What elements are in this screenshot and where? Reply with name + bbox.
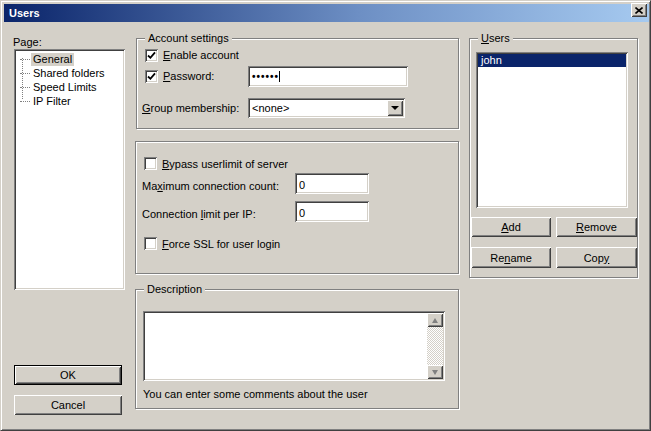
tree-branch-icon — [20, 101, 30, 102]
password-masked-value: •••••• — [252, 71, 279, 82]
checkmark-icon — [147, 72, 156, 81]
rename-button-label: Rename — [490, 252, 532, 264]
tree-item-label: Shared folders — [31, 67, 107, 80]
scrollbar-track[interactable] — [427, 327, 443, 365]
description-scrollbar[interactable] — [427, 313, 443, 379]
tree-branch-icon — [20, 87, 30, 88]
title-bar[interactable]: Users — [4, 4, 649, 22]
scroll-up-button[interactable] — [427, 313, 443, 327]
users-dialog: Users Page: General Shared folders Speed… — [0, 0, 651, 431]
enable-account-label: Enable account — [163, 49, 239, 62]
users-group: Users john Add Remove Rename Copy — [469, 38, 638, 278]
users-group-title: Users — [478, 32, 513, 45]
rename-button[interactable]: Rename — [471, 247, 551, 268]
copy-button-label: Copy — [584, 252, 610, 264]
tree-item-shared-folders[interactable]: Shared folders — [14, 67, 125, 80]
page-tree[interactable]: General Shared folders Speed Limits IP F… — [14, 49, 125, 290]
description-group: Description You can enter some comments … — [135, 289, 459, 409]
force-ssl-checkbox[interactable] — [144, 237, 157, 250]
scroll-down-button[interactable] — [427, 365, 443, 379]
enable-account-checkbox[interactable] — [145, 49, 158, 62]
remove-button-label: Remove — [576, 221, 617, 233]
ok-button[interactable]: OK — [14, 365, 122, 385]
checkmark-icon — [147, 51, 156, 60]
description-textarea[interactable] — [143, 311, 445, 381]
cancel-button-label: Cancel — [51, 399, 85, 411]
password-label: Password: — [163, 70, 214, 83]
group-membership-dropdown[interactable]: <none> — [248, 98, 405, 118]
window-title: Users — [4, 4, 40, 22]
close-button[interactable] — [631, 3, 647, 17]
tree-item-label: Speed Limits — [31, 81, 99, 94]
dropdown-selected-value: <none> — [252, 102, 289, 114]
chevron-down-icon — [391, 106, 399, 114]
add-button-label: Add — [501, 221, 521, 233]
page-label: Page: — [13, 36, 42, 49]
remove-button[interactable]: Remove — [556, 217, 637, 237]
arrow-up-icon — [432, 315, 438, 323]
account-settings-group-title: Account settings — [145, 32, 232, 45]
account-settings-group: Account settings Enable account Password… — [136, 38, 459, 129]
tree-item-speed-limits[interactable]: Speed Limits — [14, 81, 125, 94]
password-input[interactable]: •••••• — [248, 66, 408, 87]
password-checkbox[interactable] — [145, 70, 158, 83]
tree-branch-icon — [20, 73, 30, 74]
tree-item-label: General — [31, 53, 74, 66]
ok-button-label: OK — [60, 369, 76, 381]
description-group-title: Description — [144, 283, 205, 296]
tree-item-label: IP Filter — [31, 95, 73, 108]
tree-branch-icon — [20, 59, 30, 60]
arrow-down-icon — [432, 370, 438, 378]
tree-item-general[interactable]: General — [14, 53, 125, 66]
force-ssl-label: Force SSL for user login — [162, 238, 280, 251]
tree-item-ip-filter[interactable]: IP Filter — [14, 95, 125, 108]
user-list-item[interactable]: john — [478, 54, 626, 67]
text-caret — [279, 71, 280, 82]
add-button[interactable]: Add — [471, 217, 551, 237]
cancel-button[interactable]: Cancel — [14, 395, 122, 415]
group-membership-label: Group membership: — [142, 102, 239, 115]
dropdown-button[interactable] — [387, 100, 403, 116]
connection-limit-label: Connection limit per IP: — [142, 208, 256, 221]
users-listbox[interactable]: john — [476, 52, 628, 208]
max-connection-input[interactable] — [295, 173, 369, 194]
copy-button[interactable]: Copy — [556, 247, 637, 268]
bypass-userlimit-label: Bypass userlimit of server — [162, 158, 288, 171]
bypass-userlimit-checkbox[interactable] — [144, 157, 157, 170]
connection-limit-input[interactable] — [295, 201, 369, 222]
connection-settings-group: Bypass userlimit of server Maximum conne… — [135, 141, 459, 274]
max-connection-label: Maximum connection count: — [142, 180, 279, 193]
description-hint: You can enter some comments about the us… — [143, 388, 368, 401]
close-icon — [635, 7, 643, 14]
